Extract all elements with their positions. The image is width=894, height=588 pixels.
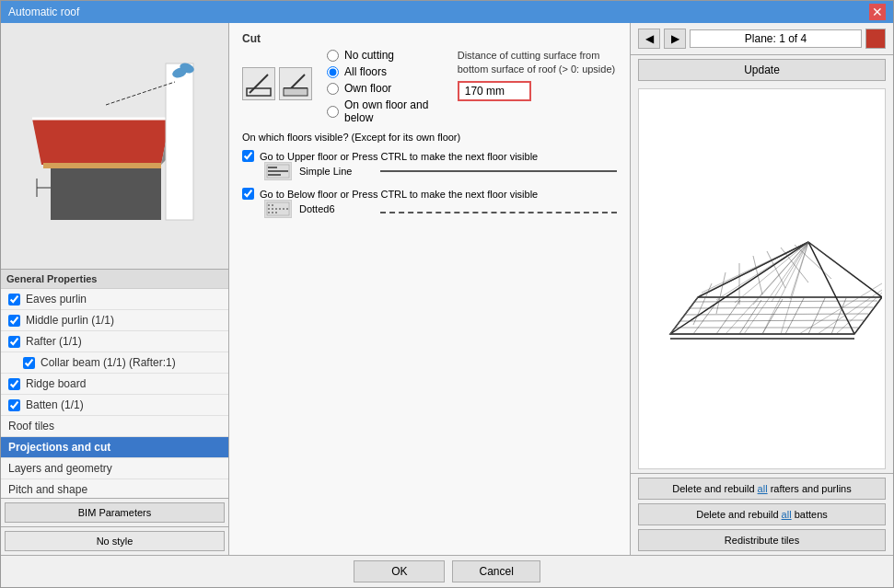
collar-beam-checkbox[interactable] — [23, 357, 35, 369]
svg-line-35 — [808, 298, 825, 334]
below-floor-row: Go to Below floor or Press CTRL to make … — [242, 188, 617, 218]
cut-section: Cut — [242, 32, 617, 124]
prev-plane-button[interactable]: ◀ — [638, 29, 660, 49]
svg-rect-15 — [284, 88, 308, 96]
svg-rect-10 — [43, 163, 161, 168]
svg-line-49 — [767, 251, 785, 288]
svg-line-41 — [684, 314, 868, 315]
own-floor-label: Own floor — [344, 82, 391, 95]
cancel-button[interactable]: Cancel — [452, 560, 540, 582]
right-actions: Delete and rebuild all rafters and purli… — [631, 473, 893, 555]
nav-item-layers-geometry[interactable]: Layers and geometry — [1, 458, 228, 479]
cut-label: Cut — [242, 32, 617, 45]
distance-input[interactable] — [458, 81, 531, 101]
all-floors-radio[interactable] — [327, 66, 339, 78]
upper-line-sample — [380, 170, 617, 172]
next-plane-button[interactable]: ▶ — [664, 29, 686, 49]
upper-floor-checkbox[interactable] — [242, 150, 254, 162]
color-swatch[interactable] — [865, 29, 886, 49]
layers-geometry-label: Layers and geometry — [8, 462, 112, 475]
svg-line-62 — [698, 242, 808, 297]
svg-line-52 — [808, 242, 854, 277]
svg-rect-0 — [51, 165, 161, 220]
ridge-board-checkbox[interactable] — [8, 378, 20, 390]
own-floor-option[interactable]: Own floor — [327, 82, 443, 95]
redistribute-button[interactable]: Redistribute tiles — [638, 529, 886, 551]
distance-description: Distance of cutting surface from bottom … — [458, 49, 617, 77]
svg-rect-20 — [267, 202, 289, 215]
own-floor-below-label: On own floor and below — [344, 98, 443, 124]
rafter-label: Rafter (1/1) — [26, 335, 82, 348]
svg-line-56 — [744, 242, 808, 334]
nav-item-ridge-board[interactable]: Ridge board — [1, 374, 228, 395]
own-floor-radio[interactable] — [327, 83, 339, 95]
below-line-name: Dotted6 — [299, 203, 373, 214]
upper-floor-row: Go to Upper floor or Press CTRL to make … — [242, 150, 617, 180]
eaves-purlin-label: Eaves purlin — [26, 293, 87, 306]
center-panel: Cut — [229, 23, 631, 555]
svg-line-32 — [739, 300, 761, 334]
below-floor-checkbox-label[interactable]: Go to Below floor or Press CTRL to make … — [242, 188, 617, 200]
delete-rebuild-rafters-button[interactable]: Delete and rebuild all rafters and purli… — [638, 478, 886, 500]
cut-options: No cutting All floors Own floor On — [327, 49, 443, 124]
nav-item-middle-purlin[interactable]: Middle purlin (1/1) — [1, 310, 228, 331]
svg-line-46 — [716, 272, 726, 314]
upper-floor-checkbox-label[interactable]: Go to Upper floor or Press CTRL to make … — [242, 150, 617, 162]
right-panel: ◀ ▶ Plane: 1 of 4 Update — [631, 23, 893, 555]
bottom-bar: OK Cancel — [1, 555, 893, 587]
no-cutting-radio[interactable] — [327, 50, 339, 62]
eaves-purlin-checkbox[interactable] — [8, 294, 20, 306]
nav-item-collar-beam[interactable]: Collar beam (1/1) (Rafter:1) — [1, 352, 228, 374]
wireframe-svg — [643, 150, 882, 408]
nav-list: General Properties Eaves purlin Middle p… — [1, 270, 228, 498]
batten-checkbox[interactable] — [8, 399, 20, 411]
svg-line-11 — [250, 75, 268, 93]
all-rafters-highlight: all — [758, 483, 768, 494]
below-line-sample — [380, 212, 617, 213]
nav-item-pitch-shape[interactable]: Pitch and shape — [1, 479, 228, 498]
nav-item-projections-cut[interactable]: Projections and cut — [1, 437, 228, 458]
svg-line-40 — [679, 320, 864, 321]
batten-label: Batten (1/1) — [26, 398, 84, 411]
svg-line-63 — [716, 242, 808, 300]
below-floor-checkbox[interactable] — [242, 188, 254, 200]
svg-rect-4 — [166, 63, 193, 220]
close-button[interactable]: ✕ — [869, 4, 886, 20]
nav-item-eaves-purlin[interactable]: Eaves purlin — [1, 289, 228, 310]
own-floor-below-radio[interactable] — [327, 106, 339, 118]
automatic-roof-window: Automatic roof ✕ — [0, 0, 894, 588]
ridge-board-label: Ridge board — [26, 377, 86, 390]
upper-floor-label: Go to Upper floor or Press CTRL to make … — [260, 151, 538, 162]
middle-purlin-checkbox[interactable] — [8, 315, 20, 327]
nav-item-batten[interactable]: Batten (1/1) — [1, 395, 228, 416]
plane-label: Plane: 1 of 4 — [690, 29, 862, 48]
bim-parameters-button[interactable]: BIM Parameters — [5, 502, 225, 523]
below-floor-label: Go to Below floor or Press CTRL to make … — [260, 189, 538, 200]
no-cutting-label: No cutting — [344, 49, 394, 62]
cut-icon-1 — [242, 67, 275, 100]
rafter-checkbox[interactable] — [8, 336, 20, 348]
svg-line-42 — [689, 307, 873, 308]
all-floors-option[interactable]: All floors — [327, 65, 443, 78]
nav-item-roof-tiles[interactable]: Roof tiles — [1, 416, 228, 437]
delete-rebuild-battens-button[interactable]: Delete and rebuild all battens — [638, 503, 886, 525]
no-cutting-option[interactable]: No cutting — [327, 49, 443, 62]
general-properties-header: General Properties — [1, 270, 228, 289]
roof-3d-preview — [638, 88, 886, 469]
update-button[interactable]: Update — [638, 59, 886, 81]
svg-marker-1 — [32, 119, 170, 165]
svg-line-58 — [781, 242, 808, 334]
title-bar: Automatic roof ✕ — [1, 1, 893, 23]
svg-line-45 — [693, 283, 712, 325]
below-line-preview: Dotted6 — [264, 200, 617, 218]
ok-button[interactable]: OK — [354, 560, 445, 582]
cut-distance: Distance of cutting surface from bottom … — [458, 49, 617, 101]
upper-line-icon — [264, 162, 292, 180]
nav-item-rafter[interactable]: Rafter (1/1) — [1, 331, 228, 352]
svg-line-48 — [753, 256, 762, 294]
no-style-button[interactable]: No style — [5, 531, 225, 551]
floor-section: On which floors visible? (Except for its… — [242, 132, 617, 218]
collar-beam-label: Collar beam (1/1) (Rafter:1) — [41, 356, 176, 369]
svg-line-7 — [106, 82, 175, 105]
own-floor-below-option[interactable]: On own floor and below — [327, 98, 443, 124]
